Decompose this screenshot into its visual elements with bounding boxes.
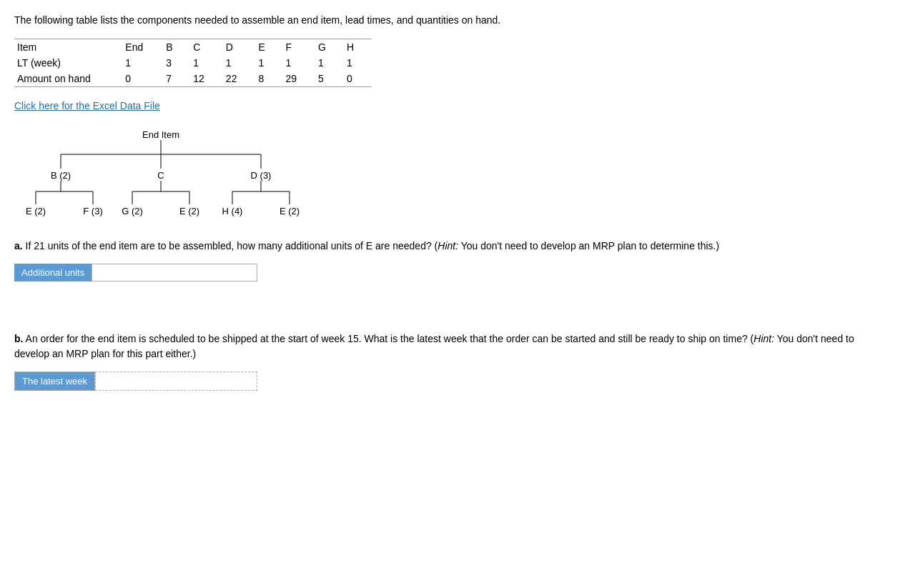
lt-h: 1 bbox=[344, 55, 372, 71]
lt-end: 1 bbox=[122, 55, 163, 71]
question-b-main: An order for the end item is scheduled t… bbox=[23, 333, 753, 344]
amount-d: 22 bbox=[223, 71, 256, 87]
amount-g: 5 bbox=[315, 71, 344, 87]
tree-node-f3: F (3) bbox=[83, 206, 102, 216]
table-header-row: Item End B C D E F G H bbox=[14, 39, 372, 56]
spacer-1 bbox=[14, 303, 886, 332]
tree-node-h4: H (4) bbox=[222, 206, 243, 216]
tree-node-e2c: E (2) bbox=[280, 206, 300, 216]
amount-end: 0 bbox=[122, 71, 163, 87]
answer-a-row: Additional units bbox=[14, 264, 257, 281]
lt-d: 1 bbox=[223, 55, 256, 71]
col-end: End bbox=[122, 39, 163, 56]
question-a-text: a. If 21 units of the end item are to be… bbox=[14, 239, 872, 254]
lt-e: 1 bbox=[255, 55, 282, 71]
col-g: G bbox=[315, 39, 344, 56]
lt-g: 1 bbox=[315, 55, 344, 71]
question-b-hint-label: Hint: bbox=[753, 333, 774, 344]
excel-link[interactable]: Click here for the Excel Data File bbox=[14, 100, 160, 111]
tree-node-b2: B (2) bbox=[51, 170, 71, 181]
lt-f: 1 bbox=[282, 55, 315, 71]
question-a-hint-text: You don't need to develop an MRP plan to… bbox=[458, 240, 719, 251]
tree-node-c: C bbox=[157, 170, 164, 181]
question-a-bold: a. bbox=[14, 240, 23, 251]
table-amount-row: Amount on hand 0 7 12 22 8 29 5 0 bbox=[14, 71, 372, 87]
tree-node-e2a: E (2) bbox=[26, 206, 46, 216]
tree-node-e2b: E (2) bbox=[179, 206, 199, 216]
additional-units-label: Additional units bbox=[14, 264, 92, 281]
col-d: D bbox=[223, 39, 256, 56]
col-h: H bbox=[344, 39, 372, 56]
amount-f: 29 bbox=[282, 71, 315, 87]
lt-b: 3 bbox=[163, 55, 190, 71]
amount-label: Amount on hand bbox=[14, 71, 122, 87]
question-a-main: If 21 units of the end item are to be as… bbox=[23, 240, 438, 251]
intro-text: The following table lists the components… bbox=[14, 14, 886, 26]
question-b-text: b. An order for the end item is schedule… bbox=[14, 332, 872, 362]
tree-root-label: End Item bbox=[142, 129, 179, 140]
table-lt-row: LT (week) 1 3 1 1 1 1 1 1 bbox=[14, 55, 372, 71]
tree-svg: End Item B (2) C D (3) E (2) F (3) G (2) bbox=[21, 127, 322, 231]
lt-c: 1 bbox=[190, 55, 223, 71]
col-e: E bbox=[255, 39, 282, 56]
col-item: Item bbox=[14, 39, 122, 56]
amount-e: 8 bbox=[255, 71, 282, 87]
components-table: Item End B C D E F G H LT (week) 1 3 1 1… bbox=[14, 39, 372, 87]
latest-week-label: The latest week bbox=[14, 372, 95, 391]
col-c: C bbox=[190, 39, 223, 56]
tree-node-d3: D (3) bbox=[251, 170, 272, 181]
answer-b-row: The latest week bbox=[14, 372, 257, 391]
amount-h: 0 bbox=[344, 71, 372, 87]
additional-units-input[interactable] bbox=[92, 264, 257, 281]
col-f: F bbox=[282, 39, 315, 56]
tree-node-g2: G (2) bbox=[122, 206, 143, 216]
col-b: B bbox=[163, 39, 190, 56]
tree-diagram: End Item B (2) C D (3) E (2) F (3) G (2) bbox=[21, 127, 886, 233]
latest-week-input[interactable] bbox=[95, 372, 257, 391]
amount-c: 12 bbox=[190, 71, 223, 87]
amount-b: 7 bbox=[163, 71, 190, 87]
question-a-hint-label: Hint: bbox=[437, 240, 458, 251]
lt-label: LT (week) bbox=[14, 55, 122, 71]
question-b-bold: b. bbox=[14, 333, 23, 344]
